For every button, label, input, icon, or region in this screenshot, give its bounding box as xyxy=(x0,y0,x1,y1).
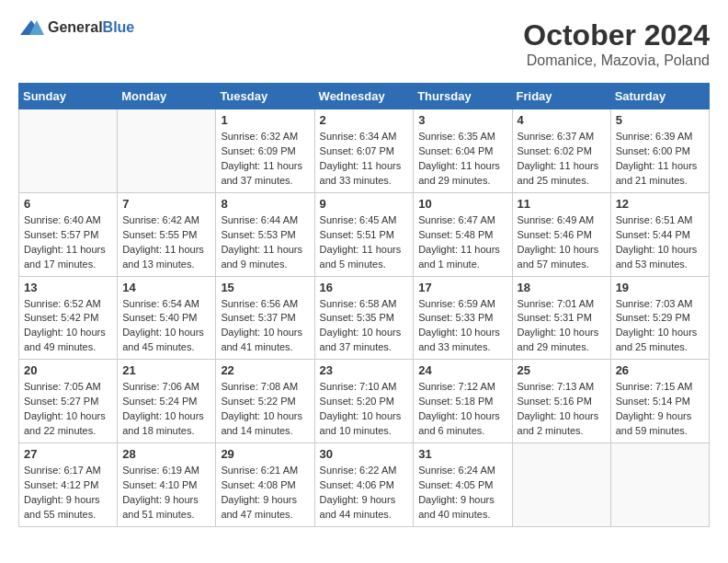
calendar-week-row: 20Sunrise: 7:05 AMSunset: 5:27 PMDayligh… xyxy=(19,360,710,443)
calendar-cell: 13Sunrise: 6:52 AMSunset: 5:42 PMDayligh… xyxy=(19,276,118,360)
day-number: 19 xyxy=(616,281,704,294)
day-info: Sunrise: 6:34 AMSunset: 6:07 PMDaylight:… xyxy=(320,130,409,189)
calendar-week-row: 13Sunrise: 6:52 AMSunset: 5:42 PMDayligh… xyxy=(19,276,710,360)
calendar-cell xyxy=(610,443,709,527)
calendar-cell: 7Sunrise: 6:42 AMSunset: 5:55 PMDaylight… xyxy=(118,192,216,276)
calendar-cell: 25Sunrise: 7:13 AMSunset: 5:16 PMDayligh… xyxy=(512,360,610,443)
day-info: Sunrise: 6:35 AMSunset: 6:04 PMDaylight:… xyxy=(418,130,506,189)
day-info: Sunrise: 6:58 AMSunset: 5:35 PMDaylight:… xyxy=(320,297,409,356)
calendar-cell: 29Sunrise: 6:21 AMSunset: 4:08 PMDayligh… xyxy=(216,443,314,527)
day-number: 18 xyxy=(518,281,606,294)
day-info: Sunrise: 7:12 AMSunset: 5:18 PMDaylight:… xyxy=(418,380,506,439)
day-info: Sunrise: 6:47 AMSunset: 5:48 PMDaylight:… xyxy=(418,213,506,272)
calendar-cell: 16Sunrise: 6:58 AMSunset: 5:35 PMDayligh… xyxy=(314,276,414,360)
day-info: Sunrise: 6:59 AMSunset: 5:33 PMDaylight:… xyxy=(418,297,506,356)
location-title: Domanice, Mazovia, Poland xyxy=(523,52,710,69)
calendar-cell: 14Sunrise: 6:54 AMSunset: 5:40 PMDayligh… xyxy=(118,276,216,360)
weekday-header-monday: Monday xyxy=(118,84,216,109)
day-info: Sunrise: 7:13 AMSunset: 5:16 PMDaylight:… xyxy=(518,380,606,439)
day-info: Sunrise: 6:24 AMSunset: 4:05 PMDaylight:… xyxy=(418,464,506,523)
day-number: 12 xyxy=(616,197,704,211)
day-info: Sunrise: 6:52 AMSunset: 5:42 PMDaylight:… xyxy=(24,297,112,356)
day-number: 25 xyxy=(518,363,606,377)
day-number: 30 xyxy=(320,447,409,461)
calendar-cell: 15Sunrise: 6:56 AMSunset: 5:37 PMDayligh… xyxy=(216,276,314,360)
weekday-header-tuesday: Tuesday xyxy=(216,84,314,109)
day-number: 5 xyxy=(616,113,704,127)
calendar-cell: 27Sunrise: 6:17 AMSunset: 4:12 PMDayligh… xyxy=(19,443,118,527)
day-info: Sunrise: 7:10 AMSunset: 5:20 PMDaylight:… xyxy=(320,380,409,439)
calendar-cell: 17Sunrise: 6:59 AMSunset: 5:33 PMDayligh… xyxy=(414,276,512,360)
day-info: Sunrise: 6:56 AMSunset: 5:37 PMDaylight:… xyxy=(221,297,309,356)
logo-general: General xyxy=(48,19,103,35)
weekday-header-saturday: Saturday xyxy=(610,84,709,109)
day-number: 23 xyxy=(320,363,409,377)
day-number: 6 xyxy=(24,197,112,211)
calendar-cell: 12Sunrise: 6:51 AMSunset: 5:44 PMDayligh… xyxy=(610,192,709,276)
logo-blue: Blue xyxy=(103,19,135,35)
day-info: Sunrise: 6:17 AMSunset: 4:12 PMDaylight:… xyxy=(24,464,112,523)
calendar-cell xyxy=(118,109,216,193)
day-info: Sunrise: 6:42 AMSunset: 5:55 PMDaylight:… xyxy=(122,213,210,272)
day-info: Sunrise: 7:01 AMSunset: 5:31 PMDaylight:… xyxy=(518,297,606,356)
day-info: Sunrise: 7:03 AMSunset: 5:29 PMDaylight:… xyxy=(616,297,704,356)
calendar-cell: 4Sunrise: 6:37 AMSunset: 6:02 PMDaylight… xyxy=(512,109,610,193)
day-info: Sunrise: 6:45 AMSunset: 5:51 PMDaylight:… xyxy=(320,213,409,272)
day-number: 13 xyxy=(24,281,112,294)
calendar-table: SundayMondayTuesdayWednesdayThursdayFrid… xyxy=(18,83,710,527)
day-number: 1 xyxy=(221,113,309,127)
day-number: 22 xyxy=(221,363,309,377)
weekday-header-thursday: Thursday xyxy=(414,84,512,109)
day-info: Sunrise: 6:51 AMSunset: 5:44 PMDaylight:… xyxy=(616,213,704,272)
day-info: Sunrise: 7:08 AMSunset: 5:22 PMDaylight:… xyxy=(221,380,309,439)
day-number: 3 xyxy=(418,113,506,127)
calendar-cell: 20Sunrise: 7:05 AMSunset: 5:27 PMDayligh… xyxy=(19,360,118,443)
day-number: 26 xyxy=(616,363,704,377)
day-number: 14 xyxy=(122,281,210,294)
day-number: 15 xyxy=(221,281,309,294)
calendar-week-row: 6Sunrise: 6:40 AMSunset: 5:57 PMDaylight… xyxy=(19,192,710,276)
calendar-cell: 28Sunrise: 6:19 AMSunset: 4:10 PMDayligh… xyxy=(118,443,216,527)
day-number: 31 xyxy=(418,447,506,461)
day-number: 9 xyxy=(320,197,409,211)
weekday-header-wednesday: Wednesday xyxy=(314,84,414,109)
calendar-cell: 30Sunrise: 6:22 AMSunset: 4:06 PMDayligh… xyxy=(314,443,414,527)
calendar-cell: 23Sunrise: 7:10 AMSunset: 5:20 PMDayligh… xyxy=(314,360,414,443)
calendar-cell: 9Sunrise: 6:45 AMSunset: 5:51 PMDaylight… xyxy=(314,192,414,276)
day-info: Sunrise: 6:44 AMSunset: 5:53 PMDaylight:… xyxy=(221,213,309,272)
day-number: 7 xyxy=(122,197,210,211)
day-info: Sunrise: 6:22 AMSunset: 4:06 PMDaylight:… xyxy=(320,464,409,523)
day-info: Sunrise: 6:49 AMSunset: 5:46 PMDaylight:… xyxy=(518,213,606,272)
day-info: Sunrise: 7:06 AMSunset: 5:24 PMDaylight:… xyxy=(122,380,210,439)
day-number: 27 xyxy=(24,447,112,461)
day-number: 8 xyxy=(221,197,309,211)
calendar-cell: 19Sunrise: 7:03 AMSunset: 5:29 PMDayligh… xyxy=(610,276,709,360)
calendar-cell: 3Sunrise: 6:35 AMSunset: 6:04 PMDaylight… xyxy=(414,109,512,193)
calendar-cell: 6Sunrise: 6:40 AMSunset: 5:57 PMDaylight… xyxy=(19,192,118,276)
calendar-cell: 21Sunrise: 7:06 AMSunset: 5:24 PMDayligh… xyxy=(118,360,216,443)
day-info: Sunrise: 7:15 AMSunset: 5:14 PMDaylight:… xyxy=(616,380,704,439)
day-info: Sunrise: 6:39 AMSunset: 6:00 PMDaylight:… xyxy=(616,130,704,189)
day-number: 10 xyxy=(418,197,506,211)
day-number: 17 xyxy=(418,281,506,294)
day-info: Sunrise: 6:32 AMSunset: 6:09 PMDaylight:… xyxy=(221,130,309,189)
calendar-cell: 1Sunrise: 6:32 AMSunset: 6:09 PMDaylight… xyxy=(216,109,314,193)
calendar-cell: 11Sunrise: 6:49 AMSunset: 5:46 PMDayligh… xyxy=(512,192,610,276)
calendar-week-row: 1Sunrise: 6:32 AMSunset: 6:09 PMDaylight… xyxy=(19,109,710,193)
weekday-header-sunday: Sunday xyxy=(19,84,118,109)
day-info: Sunrise: 6:54 AMSunset: 5:40 PMDaylight:… xyxy=(122,297,210,356)
calendar-week-row: 27Sunrise: 6:17 AMSunset: 4:12 PMDayligh… xyxy=(19,443,710,527)
weekday-header-friday: Friday xyxy=(512,84,610,109)
calendar-cell: 5Sunrise: 6:39 AMSunset: 6:00 PMDaylight… xyxy=(610,109,709,193)
day-number: 29 xyxy=(221,447,309,461)
title-section: October 2024 Domanice, Mazovia, Poland xyxy=(523,18,710,69)
day-number: 16 xyxy=(320,281,409,294)
calendar-cell: 2Sunrise: 6:34 AMSunset: 6:07 PMDaylight… xyxy=(314,109,414,193)
calendar-cell: 26Sunrise: 7:15 AMSunset: 5:14 PMDayligh… xyxy=(610,360,709,443)
calendar-cell: 24Sunrise: 7:12 AMSunset: 5:18 PMDayligh… xyxy=(414,360,512,443)
day-number: 28 xyxy=(122,447,210,461)
calendar-cell: 22Sunrise: 7:08 AMSunset: 5:22 PMDayligh… xyxy=(216,360,314,443)
day-info: Sunrise: 6:21 AMSunset: 4:08 PMDaylight:… xyxy=(221,464,309,523)
page-header: GeneralBlue October 2024 Domanice, Mazov… xyxy=(18,18,710,69)
month-title: October 2024 xyxy=(523,18,710,52)
